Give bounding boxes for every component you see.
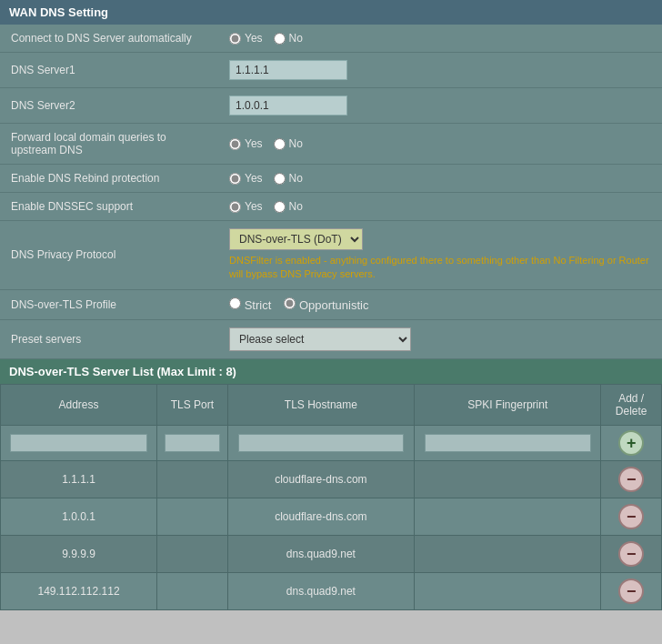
wan-dns-section-header: WAN DNS Setting — [0, 0, 662, 25]
table-row: 149.112.112.112 dns.quad9.net − — [1, 572, 662, 609]
remove-server-button-3[interactable]: − — [618, 579, 644, 604]
label-tls-profile: DNS-over-TLS Profile — [0, 289, 218, 319]
radio-yes-forward[interactable] — [229, 138, 241, 150]
label-rebind: Enable DNS Rebind protection — [0, 165, 218, 193]
label-connect-auto: Connect to DNS Server automatically — [0, 25, 218, 53]
radio-yes-dnssec[interactable] — [229, 201, 241, 213]
label-no-rebind[interactable]: No — [274, 172, 303, 185]
cell-address-1: 1.0.0.1 — [1, 498, 157, 535]
label-dns-privacy: DNS Privacy Protocol — [0, 221, 218, 290]
label-dns-server2: DNS Server2 — [0, 88, 218, 124]
row-rebind: Enable DNS Rebind protection Yes No — [0, 165, 662, 193]
radio-no-forward[interactable] — [274, 138, 286, 150]
cell-address-3: 149.112.112.112 — [1, 572, 157, 609]
select-dns-privacy-protocol[interactable]: DNS-over-TLS (DoT) — [229, 228, 363, 250]
cell-tlsport-0 — [157, 460, 228, 498]
td-input-spki — [415, 425, 601, 460]
cell-tlsport-3 — [157, 572, 228, 609]
select-preset-servers[interactable]: Please select — [229, 327, 411, 351]
dns-filter-warning: DNSFilter is enabled - anything configur… — [229, 254, 651, 282]
wan-dns-settings-table: Connect to DNS Server automatically Yes … — [0, 25, 662, 359]
radio-no-rebind[interactable] — [274, 173, 286, 185]
cell-hostname-0: cloudflare-dns.com — [227, 460, 414, 498]
server-list-title: DNS-over-TLS Server List (Max Limit : 8) — [9, 365, 236, 378]
row-forward-local: Forward local domain queries to upstream… — [0, 124, 662, 165]
cell-spki-0 — [415, 460, 601, 498]
td-input-address — [1, 425, 157, 460]
input-dns-server1[interactable] — [229, 60, 347, 80]
server-list-header: DNS-over-TLS Server List (Max Limit : 8) — [0, 359, 662, 384]
cell-tlsport-1 — [157, 498, 228, 535]
remove-server-button-0[interactable]: − — [618, 467, 644, 492]
table-row: 1.1.1.1 cloudflare-dns.com − — [1, 460, 662, 498]
cell-action-0: − — [601, 460, 662, 498]
server-list-section: DNS-over-TLS Server List (Max Limit : 8)… — [0, 359, 662, 610]
input-tls-hostname[interactable] — [238, 434, 405, 452]
cell-address-0: 1.1.1.1 — [1, 460, 157, 498]
row-dns-server2: DNS Server2 — [0, 88, 662, 124]
row-preset-servers: Preset servers Please select — [0, 319, 662, 358]
radio-opportunistic[interactable] — [284, 297, 296, 309]
label-no-connect[interactable]: No — [274, 32, 303, 45]
label-yes-forward[interactable]: Yes — [229, 137, 263, 150]
label-no-forward[interactable]: No — [274, 137, 303, 150]
label-yes-connect[interactable]: Yes — [229, 32, 263, 45]
cell-action-1: − — [601, 498, 662, 535]
remove-server-button-2[interactable]: − — [618, 541, 644, 567]
cell-hostname-3: dns.quad9.net — [227, 572, 414, 609]
radio-group-forward-local: Yes No — [229, 137, 651, 150]
th-add-delete: Add / Delete — [601, 384, 662, 425]
label-opportunistic[interactable]: Opportunistic — [284, 297, 368, 312]
label-strict[interactable]: Strict — [229, 297, 271, 312]
radio-no-dnssec[interactable] — [274, 201, 286, 213]
input-tls-port[interactable] — [165, 434, 220, 452]
row-dns-privacy: DNS Privacy Protocol DNS-over-TLS (DoT) … — [0, 221, 662, 290]
th-spki: SPKI Fingerprint — [415, 384, 601, 425]
cell-action-3: − — [601, 572, 662, 609]
th-address: Address — [1, 384, 157, 425]
row-tls-profile: DNS-over-TLS Profile Strict Opportunisti… — [0, 289, 662, 319]
input-dns-server2[interactable] — [229, 96, 347, 116]
table-row: 9.9.9.9 dns.quad9.net − — [1, 535, 662, 572]
row-dnssec: Enable DNSSEC support Yes No — [0, 193, 662, 221]
label-dnssec: Enable DNSSEC support — [0, 193, 218, 221]
cell-hostname-2: dns.quad9.net — [227, 535, 414, 572]
cell-spki-1 — [415, 498, 601, 535]
cell-spki-3 — [415, 572, 601, 609]
cell-address-2: 9.9.9.9 — [1, 535, 157, 572]
server-list-table: Address TLS Port TLS Hostname SPKI Finge… — [0, 384, 662, 610]
radio-group-connect-auto: Yes No — [229, 32, 651, 45]
add-server-button[interactable]: + — [618, 430, 644, 456]
table-row: 1.0.0.1 cloudflare-dns.com − — [1, 498, 662, 535]
th-tls-hostname: TLS Hostname — [227, 384, 414, 425]
cell-tlsport-2 — [157, 535, 228, 572]
row-connect-auto: Connect to DNS Server automatically Yes … — [0, 25, 662, 53]
radio-group-dnssec: Yes No — [229, 200, 651, 213]
td-input-tls-port — [157, 425, 228, 460]
cell-spki-2 — [415, 535, 601, 572]
input-address[interactable] — [10, 434, 147, 452]
label-no-dnssec[interactable]: No — [274, 200, 303, 213]
th-tls-port: TLS Port — [157, 384, 228, 425]
server-table-header-row: Address TLS Port TLS Hostname SPKI Finge… — [1, 384, 662, 425]
remove-server-button-1[interactable]: − — [618, 504, 644, 529]
page-wrapper: WAN DNS Setting Connect to DNS Server au… — [0, 0, 662, 610]
row-dns-server1: DNS Server1 — [0, 53, 662, 88]
server-input-row: + — [1, 425, 662, 460]
label-yes-dnssec[interactable]: Yes — [229, 200, 263, 213]
input-spki[interactable] — [425, 434, 591, 452]
label-yes-rebind[interactable]: Yes — [229, 172, 263, 185]
label-preset-servers: Preset servers — [0, 319, 218, 358]
radio-strict[interactable] — [229, 297, 241, 309]
tls-profile-group: Strict Opportunistic — [229, 297, 651, 312]
cell-action-2: − — [601, 535, 662, 572]
radio-no-connect[interactable] — [274, 33, 286, 45]
td-input-tls-hostname — [227, 425, 414, 460]
label-dns-server1: DNS Server1 — [0, 53, 218, 88]
wan-dns-title: WAN DNS Setting — [9, 5, 108, 19]
radio-yes-connect[interactable] — [229, 33, 241, 45]
cell-hostname-1: cloudflare-dns.com — [227, 498, 414, 535]
td-add-button: + — [601, 425, 662, 460]
label-forward-local: Forward local domain queries to upstream… — [0, 124, 218, 165]
radio-yes-rebind[interactable] — [229, 173, 241, 185]
